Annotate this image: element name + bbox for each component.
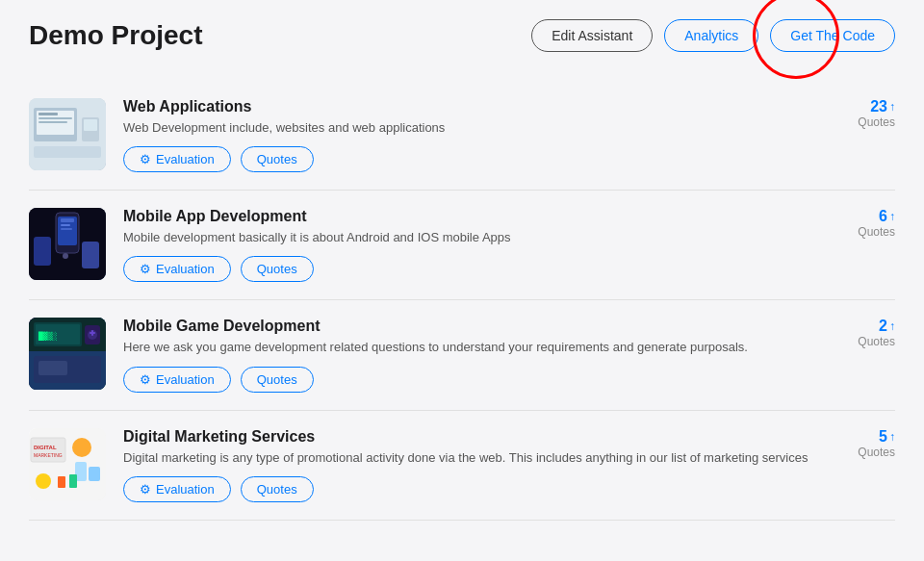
svg-rect-17 bbox=[82, 242, 99, 268]
stat-label-mobile-game-development: Quotes bbox=[858, 335, 895, 348]
page-container: Demo Project Edit Assistant Analytics Ge… bbox=[0, 0, 924, 540]
stat-label-digital-marketing-services: Quotes bbox=[858, 446, 895, 459]
svg-rect-13 bbox=[61, 224, 70, 226]
get-the-code-button[interactable]: Get The Code bbox=[770, 19, 895, 52]
svg-rect-39 bbox=[69, 474, 77, 488]
item-image-mobile-game-development: █▓▒░ bbox=[29, 318, 106, 390]
stat-number-web-applications: 23 ↑ bbox=[870, 98, 895, 115]
quotes-button-mobile-app-development[interactable]: Quotes bbox=[241, 256, 314, 282]
quotes-button-web-applications[interactable]: Quotes bbox=[241, 146, 314, 172]
item-stats-mobile-app-development: 6 ↑ Quotes bbox=[837, 208, 895, 239]
quotes-button-mobile-game-development[interactable]: Quotes bbox=[241, 367, 314, 393]
evaluation-button-digital-marketing-services[interactable]: ⚙ Evaluation bbox=[123, 476, 231, 502]
item-image-mobile-app-development bbox=[29, 208, 106, 280]
list-item-mobile-app-development: Mobile App Development Mobile developmen… bbox=[29, 191, 895, 300]
svg-rect-16 bbox=[34, 237, 51, 266]
stat-label-mobile-app-development: Quotes bbox=[858, 225, 895, 239]
svg-rect-36 bbox=[89, 467, 100, 481]
item-image-web-applications bbox=[29, 98, 106, 170]
svg-rect-3 bbox=[38, 113, 58, 115]
item-description-web-applications: Web Development include, websites and we… bbox=[123, 119, 810, 137]
svg-rect-8 bbox=[34, 146, 101, 158]
item-content-mobile-game-development: Mobile Game Development Here we ask you … bbox=[123, 318, 810, 392]
stat-label-web-applications: Quotes bbox=[858, 115, 895, 129]
stat-arrow-icon: ↑ bbox=[889, 319, 895, 333]
stat-arrow-icon: ↑ bbox=[889, 100, 895, 114]
item-title-mobile-game-development: Mobile Game Development bbox=[123, 318, 810, 335]
stat-arrow-icon: ↑ bbox=[889, 210, 895, 223]
svg-rect-12 bbox=[61, 218, 74, 222]
svg-rect-38 bbox=[58, 476, 65, 488]
svg-text:DIGITAL: DIGITAL bbox=[34, 445, 57, 450]
gear-icon: ⚙ bbox=[140, 482, 151, 497]
gear-icon: ⚙ bbox=[140, 372, 151, 387]
item-buttons-digital-marketing-services: ⚙ Evaluation Quotes bbox=[123, 476, 810, 502]
item-stats-digital-marketing-services: 5 ↑ Quotes bbox=[837, 428, 895, 459]
svg-text:█▓▒░: █▓▒░ bbox=[38, 331, 57, 341]
svg-rect-14 bbox=[61, 228, 72, 230]
stat-number-mobile-app-development: 6 ↑ bbox=[879, 208, 895, 225]
svg-point-15 bbox=[63, 253, 68, 259]
item-stats-web-applications: 23 ↑ Quotes bbox=[837, 98, 895, 129]
item-content-web-applications: Web Applications Web Development include… bbox=[123, 98, 810, 172]
stat-number-mobile-game-development: 2 ↑ bbox=[879, 318, 895, 335]
item-title-mobile-app-development: Mobile App Development bbox=[123, 208, 810, 225]
svg-rect-27 bbox=[91, 330, 93, 336]
item-title-digital-marketing-services: Digital Marketing Services bbox=[123, 428, 810, 446]
evaluation-button-mobile-app-development[interactable]: ⚙ Evaluation bbox=[123, 256, 231, 282]
header-actions: Edit Assistant Analytics Get The Code bbox=[531, 19, 895, 52]
items-list: Web Applications Web Development include… bbox=[29, 81, 895, 521]
item-image-digital-marketing-services: DIGITAL MARKETING bbox=[29, 428, 106, 500]
item-buttons-web-applications: ⚙ Evaluation Quotes bbox=[123, 146, 810, 172]
item-description-mobile-game-development: Here we ask you game development related… bbox=[123, 339, 810, 356]
svg-rect-5 bbox=[38, 121, 67, 123]
gear-icon: ⚙ bbox=[140, 262, 151, 276]
item-description-digital-marketing-services: Digital marketing is any type of promoti… bbox=[123, 449, 810, 467]
svg-rect-29 bbox=[38, 361, 67, 375]
svg-rect-7 bbox=[84, 119, 97, 131]
stat-arrow-icon: ↑ bbox=[889, 430, 895, 444]
evaluation-button-web-applications[interactable]: ⚙ Evaluation bbox=[123, 146, 231, 172]
svg-text:MARKETING: MARKETING bbox=[34, 452, 63, 458]
svg-point-34 bbox=[72, 438, 91, 457]
gear-icon: ⚙ bbox=[140, 152, 151, 166]
item-buttons-mobile-app-development: ⚙ Evaluation Quotes bbox=[123, 256, 810, 282]
item-content-digital-marketing-services: Digital Marketing Services Digital marke… bbox=[123, 428, 810, 502]
page-header: Demo Project Edit Assistant Analytics Ge… bbox=[29, 19, 895, 52]
item-buttons-mobile-game-development: ⚙ Evaluation Quotes bbox=[123, 367, 810, 393]
evaluation-button-mobile-game-development[interactable]: ⚙ Evaluation bbox=[123, 367, 231, 393]
quotes-button-digital-marketing-services[interactable]: Quotes bbox=[241, 476, 314, 502]
svg-point-37 bbox=[36, 473, 51, 489]
item-stats-mobile-game-development: 2 ↑ Quotes bbox=[837, 318, 895, 348]
page-title: Demo Project bbox=[29, 20, 203, 51]
stat-number-digital-marketing-services: 5 ↑ bbox=[879, 428, 895, 446]
item-content-mobile-app-development: Mobile App Development Mobile developmen… bbox=[123, 208, 810, 282]
get-code-wrapper: Get The Code bbox=[770, 19, 895, 52]
svg-rect-4 bbox=[38, 117, 72, 119]
analytics-button[interactable]: Analytics bbox=[664, 19, 758, 52]
list-item-digital-marketing-services: DIGITAL MARKETING Digital Marketing Serv… bbox=[29, 411, 895, 521]
item-title-web-applications: Web Applications bbox=[123, 98, 810, 115]
list-item-mobile-game-development: █▓▒░ Mobile Game Development Here we ask… bbox=[29, 300, 895, 410]
list-item-web-applications: Web Applications Web Development include… bbox=[29, 81, 895, 191]
item-description-mobile-app-development: Mobile development basically it is about… bbox=[123, 229, 810, 246]
edit-assistant-button[interactable]: Edit Assistant bbox=[531, 19, 653, 52]
